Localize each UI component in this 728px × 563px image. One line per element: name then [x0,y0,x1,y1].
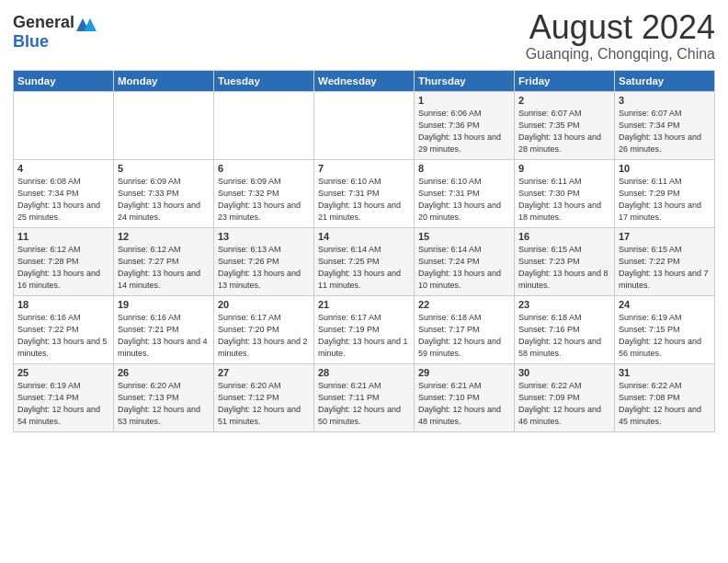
day-cell: 22Sunrise: 6:18 AM Sunset: 7:17 PM Dayli… [415,295,515,363]
day-cell: 5Sunrise: 6:09 AM Sunset: 7:33 PM Daylig… [114,159,214,227]
day-number: 2 [518,95,610,106]
day-info: Sunrise: 6:19 AM Sunset: 7:15 PM Dayligh… [619,312,711,360]
day-info: Sunrise: 6:10 AM Sunset: 7:31 PM Dayligh… [318,176,410,224]
day-cell: 10Sunrise: 6:11 AM Sunset: 7:29 PM Dayli… [615,159,715,227]
logo-blue: Blue [13,32,49,52]
logo-icon [76,15,97,31]
day-info: Sunrise: 6:22 AM Sunset: 7:08 PM Dayligh… [619,380,711,428]
day-cell: 24Sunrise: 6:19 AM Sunset: 7:15 PM Dayli… [615,295,715,363]
day-info: Sunrise: 6:15 AM Sunset: 7:22 PM Dayligh… [619,244,711,292]
day-cell [14,91,114,159]
day-number: 29 [418,367,510,378]
day-number: 11 [17,231,109,242]
page-header: General Blue August 2024 Guanqing, Chong… [13,9,715,63]
header-row: Sunday Monday Tuesday Wednesday Thursday… [14,70,715,91]
week-row-4: 18Sunrise: 6:16 AM Sunset: 7:22 PM Dayli… [14,295,715,363]
week-row-3: 11Sunrise: 6:12 AM Sunset: 7:28 PM Dayli… [14,227,715,295]
day-cell: 19Sunrise: 6:16 AM Sunset: 7:21 PM Dayli… [114,295,214,363]
day-cell: 9Sunrise: 6:11 AM Sunset: 7:30 PM Daylig… [515,159,615,227]
day-number: 31 [619,367,711,378]
col-wednesday: Wednesday [314,70,415,91]
day-info: Sunrise: 6:11 AM Sunset: 7:29 PM Dayligh… [619,176,711,224]
day-number: 3 [619,95,711,106]
day-cell [214,91,314,159]
day-cell: 20Sunrise: 6:17 AM Sunset: 7:20 PM Dayli… [214,295,314,363]
day-info: Sunrise: 6:08 AM Sunset: 7:34 PM Dayligh… [17,176,109,224]
day-info: Sunrise: 6:21 AM Sunset: 7:10 PM Dayligh… [418,380,510,428]
day-cell: 17Sunrise: 6:15 AM Sunset: 7:22 PM Dayli… [615,227,715,295]
day-info: Sunrise: 6:20 AM Sunset: 7:13 PM Dayligh… [118,380,210,428]
day-info: Sunrise: 6:19 AM Sunset: 7:14 PM Dayligh… [17,380,109,428]
week-row-1: 1Sunrise: 6:06 AM Sunset: 7:36 PM Daylig… [14,91,715,159]
day-cell: 3Sunrise: 6:07 AM Sunset: 7:34 PM Daylig… [615,91,715,159]
day-cell: 31Sunrise: 6:22 AM Sunset: 7:08 PM Dayli… [615,363,715,431]
day-info: Sunrise: 6:16 AM Sunset: 7:21 PM Dayligh… [118,312,210,360]
day-cell: 28Sunrise: 6:21 AM Sunset: 7:11 PM Dayli… [314,363,415,431]
week-row-5: 25Sunrise: 6:19 AM Sunset: 7:14 PM Dayli… [14,363,715,431]
day-cell: 25Sunrise: 6:19 AM Sunset: 7:14 PM Dayli… [14,363,114,431]
col-friday: Friday [515,70,615,91]
day-number: 4 [17,163,109,174]
calendar-table: Sunday Monday Tuesday Wednesday Thursday… [13,70,715,432]
col-sunday: Sunday [14,70,114,91]
day-info: Sunrise: 6:10 AM Sunset: 7:31 PM Dayligh… [418,176,510,224]
day-info: Sunrise: 6:14 AM Sunset: 7:25 PM Dayligh… [318,244,410,292]
day-info: Sunrise: 6:17 AM Sunset: 7:20 PM Dayligh… [218,312,310,360]
col-saturday: Saturday [615,70,715,91]
day-cell: 14Sunrise: 6:14 AM Sunset: 7:25 PM Dayli… [314,227,415,295]
day-cell: 13Sunrise: 6:13 AM Sunset: 7:26 PM Dayli… [214,227,314,295]
day-info: Sunrise: 6:22 AM Sunset: 7:09 PM Dayligh… [518,380,610,428]
col-thursday: Thursday [415,70,515,91]
day-info: Sunrise: 6:20 AM Sunset: 7:12 PM Dayligh… [218,380,310,428]
day-number: 23 [518,299,610,310]
day-cell: 1Sunrise: 6:06 AM Sunset: 7:36 PM Daylig… [415,91,515,159]
day-info: Sunrise: 6:14 AM Sunset: 7:24 PM Dayligh… [418,244,510,292]
day-cell: 21Sunrise: 6:17 AM Sunset: 7:19 PM Dayli… [314,295,415,363]
day-number: 16 [518,231,610,242]
day-number: 12 [118,231,210,242]
day-info: Sunrise: 6:21 AM Sunset: 7:11 PM Dayligh… [318,380,410,428]
day-number: 22 [418,299,510,310]
day-info: Sunrise: 6:12 AM Sunset: 7:28 PM Dayligh… [17,244,109,292]
day-number: 9 [518,163,610,174]
day-number: 14 [318,231,410,242]
day-info: Sunrise: 6:09 AM Sunset: 7:32 PM Dayligh… [218,176,310,224]
day-cell: 18Sunrise: 6:16 AM Sunset: 7:22 PM Dayli… [14,295,114,363]
day-number: 28 [318,367,410,378]
day-number: 20 [218,299,310,310]
day-info: Sunrise: 6:06 AM Sunset: 7:36 PM Dayligh… [418,108,510,155]
day-number: 26 [118,367,210,378]
day-cell: 6Sunrise: 6:09 AM Sunset: 7:32 PM Daylig… [214,159,314,227]
day-info: Sunrise: 6:11 AM Sunset: 7:30 PM Dayligh… [518,176,610,224]
day-number: 24 [619,299,711,310]
day-cell: 8Sunrise: 6:10 AM Sunset: 7:31 PM Daylig… [415,159,515,227]
day-cell [114,91,214,159]
day-number: 18 [17,299,109,310]
day-cell: 11Sunrise: 6:12 AM Sunset: 7:28 PM Dayli… [14,227,114,295]
day-number: 15 [418,231,510,242]
day-info: Sunrise: 6:18 AM Sunset: 7:16 PM Dayligh… [518,312,610,360]
day-cell [314,91,415,159]
day-number: 21 [318,299,410,310]
day-number: 8 [418,163,510,174]
day-number: 19 [118,299,210,310]
day-cell: 2Sunrise: 6:07 AM Sunset: 7:35 PM Daylig… [515,91,615,159]
day-number: 27 [218,367,310,378]
month-title: August 2024 [526,9,715,46]
location: Guanqing, Chongqing, China [526,46,715,63]
day-info: Sunrise: 6:07 AM Sunset: 7:34 PM Dayligh… [619,108,711,155]
logo-general: General [13,13,74,32]
day-number: 7 [318,163,410,174]
day-cell: 15Sunrise: 6:14 AM Sunset: 7:24 PM Dayli… [415,227,515,295]
day-number: 30 [518,367,610,378]
day-number: 17 [619,231,711,242]
day-number: 5 [118,163,210,174]
day-number: 6 [218,163,310,174]
day-number: 25 [17,367,109,378]
page-container: General Blue August 2024 Guanqing, Chong… [0,0,728,440]
day-info: Sunrise: 6:16 AM Sunset: 7:22 PM Dayligh… [17,312,109,360]
day-info: Sunrise: 6:15 AM Sunset: 7:23 PM Dayligh… [518,244,610,292]
day-info: Sunrise: 6:18 AM Sunset: 7:17 PM Dayligh… [418,312,510,360]
title-block: August 2024 Guanqing, Chongqing, China [526,9,715,63]
day-info: Sunrise: 6:12 AM Sunset: 7:27 PM Dayligh… [118,244,210,292]
